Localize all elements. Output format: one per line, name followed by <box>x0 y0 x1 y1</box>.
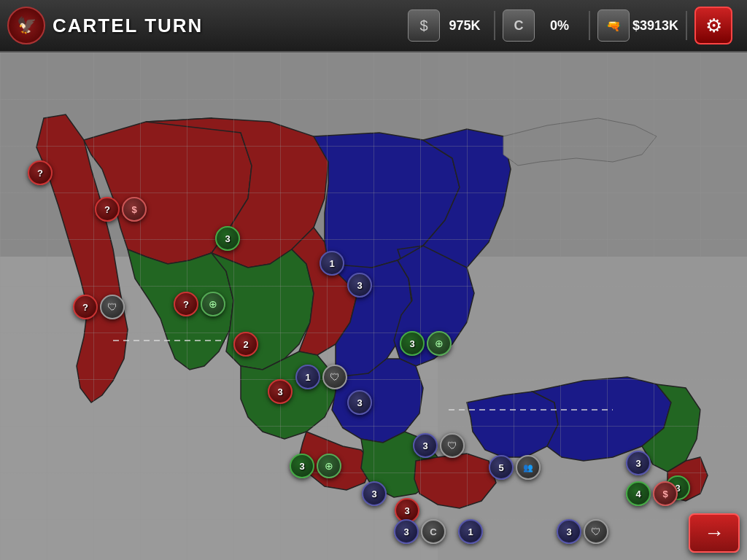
token-baja-n[interactable]: ? <box>28 160 53 185</box>
next-turn-button[interactable]: → <box>689 513 740 553</box>
cash-icon: $ <box>408 9 440 42</box>
token-sonora[interactable]: ? $ <box>95 197 147 222</box>
badge-slp: 3 <box>347 390 372 415</box>
cartel-stat: C 0% <box>503 9 581 42</box>
stat-divider-3 <box>686 11 687 40</box>
badge-tabasco-n: 3 <box>394 519 419 544</box>
game-title: CARTEL TURN <box>53 15 203 37</box>
token-zacatecas[interactable]: 2 <box>233 332 258 357</box>
badge-zacatecas: 2 <box>233 332 258 357</box>
badge-tabasco-c: C <box>421 519 446 544</box>
weapon-icon: 🔫 <box>597 9 630 42</box>
badge-sonora-cash: $ <box>122 197 147 222</box>
badge-baja-s-q: ? <box>73 295 98 319</box>
token-east-dark[interactable]: 3 <box>626 451 651 475</box>
badge-nl: 1 <box>320 251 344 276</box>
badge-sinaloa: 3 <box>268 379 293 404</box>
token-sinaloa[interactable]: 3 <box>268 379 293 404</box>
badge-campeche: 1 <box>458 519 483 544</box>
token-tabasco[interactable]: 3 C <box>394 519 446 544</box>
cartel-icon: C <box>503 9 535 42</box>
badge-yucatan-people: 👥 <box>516 455 541 480</box>
next-arrow-icon: → <box>704 521 724 545</box>
token-campeche[interactable]: 1 <box>458 519 483 544</box>
token-guerrero[interactable]: 3 ⊕ <box>290 454 341 478</box>
badge-qroo-vest: 🛡 <box>584 519 608 544</box>
token-oaxaca[interactable]: 3 <box>362 481 387 506</box>
badge-chihuahua-cross: ⊕ <box>201 292 225 316</box>
token-nl[interactable]: 1 <box>320 251 344 276</box>
token-chihuahua[interactable]: ? ⊕ <box>174 292 225 316</box>
stats-area: $ 975K C 0% 🔫 $3913K ⚙ <box>408 7 732 44</box>
cash-stat: $ 975K <box>408 9 487 42</box>
stat-divider-1 <box>494 11 495 40</box>
badge-guerrero-n: 3 <box>290 454 314 478</box>
badge-sonora-q: ? <box>95 197 120 222</box>
topbar: 🦅 CARTEL TURN $ 975K C 0% 🔫 $3913K ⚙ <box>0 0 747 52</box>
stat-divider-2 <box>589 11 590 40</box>
gear-button[interactable]: ⚙ <box>694 7 732 44</box>
token-east-cash[interactable]: 4 $ <box>626 481 678 506</box>
token-baja-s[interactable]: ? 🛡 <box>73 295 125 319</box>
token-tamaulipas[interactable]: 3 <box>347 273 372 298</box>
token-michoacan[interactable]: 3 🛡 <box>413 433 465 458</box>
badge-east-dark: 3 <box>626 451 651 475</box>
badge-tamaulipas: 3 <box>347 273 372 298</box>
badge-veracruz-cross: ⊕ <box>427 331 452 356</box>
badge-veracruz-n: 3 <box>400 331 425 356</box>
badge-jalisco-vest: 🛡 <box>322 365 347 389</box>
badge-michoacan-n: 3 <box>413 433 438 458</box>
cartel-value: 0% <box>538 18 581 34</box>
badge-east-cash-n: 4 <box>626 481 651 506</box>
weapon-stat: 🔫 $3913K <box>597 9 678 42</box>
badge-chihuahua-q: ? <box>174 292 198 316</box>
logo-area: 🦅 CARTEL TURN <box>7 7 203 44</box>
cash-value: 975K <box>443 18 487 34</box>
logo-icon: 🦅 <box>7 7 45 44</box>
badge-qroo-n: 3 <box>557 519 581 544</box>
badge-east-cash-icon: $ <box>653 481 678 506</box>
badge-baja-n: ? <box>28 160 53 185</box>
badge-michoacan-vest: 🛡 <box>440 433 465 458</box>
badge-jalisco-n: 1 <box>295 365 320 389</box>
token-qroo[interactable]: 3 🛡 <box>557 519 608 544</box>
map-area: ? ? $ ? 🛡 ? ⊕ 3 2 3 1 🛡 1 3 3 <box>0 52 747 560</box>
badge-durango: 3 <box>215 226 240 251</box>
badge-baja-s-vest: 🛡 <box>100 295 125 319</box>
token-slp[interactable]: 3 <box>347 390 372 415</box>
token-veracruz[interactable]: 3 ⊕ <box>400 331 452 356</box>
badge-oaxaca: 3 <box>362 481 387 506</box>
badge-yucatan-n: 5 <box>489 455 514 480</box>
token-durango[interactable]: 3 <box>215 226 240 251</box>
token-jalisco[interactable]: 1 🛡 <box>295 365 347 389</box>
token-yucatan[interactable]: 5 👥 <box>489 455 541 480</box>
badge-guerrero-cross: ⊕ <box>317 454 341 478</box>
weapon-value: $3913K <box>632 18 678 34</box>
